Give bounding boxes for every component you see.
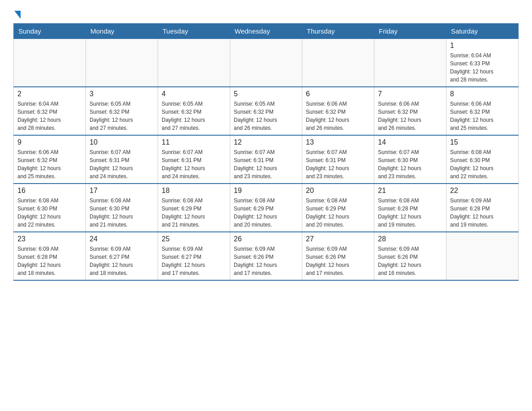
day-info: Sunrise: 6:09 AM Sunset: 6:27 PM Dayligh… (90, 245, 154, 277)
day-info: Sunrise: 6:06 AM Sunset: 6:32 PM Dayligh… (17, 148, 82, 180)
calendar-cell: 21Sunrise: 6:08 AM Sunset: 6:28 PM Dayli… (374, 184, 446, 232)
day-info: Sunrise: 6:05 AM Sunset: 6:32 PM Dayligh… (90, 100, 154, 132)
day-number: 8 (450, 90, 515, 98)
calendar-cell (14, 39, 86, 87)
day-number: 17 (90, 187, 154, 195)
day-number: 24 (90, 235, 154, 243)
day-info: Sunrise: 6:05 AM Sunset: 6:32 PM Dayligh… (162, 100, 226, 132)
calendar-cell: 13Sunrise: 6:07 AM Sunset: 6:31 PM Dayli… (302, 135, 374, 184)
day-number: 27 (306, 235, 370, 243)
day-number: 19 (234, 187, 298, 195)
day-info: Sunrise: 6:07 AM Sunset: 6:31 PM Dayligh… (162, 148, 226, 180)
calendar-cell: 26Sunrise: 6:09 AM Sunset: 6:26 PM Dayli… (230, 232, 302, 280)
day-info: Sunrise: 6:08 AM Sunset: 6:29 PM Dayligh… (162, 197, 226, 229)
day-info: Sunrise: 6:07 AM Sunset: 6:31 PM Dayligh… (234, 148, 298, 180)
calendar-cell: 18Sunrise: 6:08 AM Sunset: 6:29 PM Dayli… (158, 184, 230, 232)
day-info: Sunrise: 6:06 AM Sunset: 6:32 PM Dayligh… (450, 100, 515, 132)
day-number: 28 (378, 235, 442, 243)
calendar-cell: 9Sunrise: 6:06 AM Sunset: 6:32 PM Daylig… (14, 135, 86, 184)
calendar-cell: 2Sunrise: 6:04 AM Sunset: 6:32 PM Daylig… (14, 87, 86, 135)
day-number: 2 (17, 90, 82, 98)
day-info: Sunrise: 6:09 AM Sunset: 6:26 PM Dayligh… (306, 245, 370, 277)
page-header (13, 9, 519, 19)
calendar-cell: 23Sunrise: 6:09 AM Sunset: 6:28 PM Dayli… (14, 232, 86, 280)
day-number: 14 (378, 138, 442, 146)
day-info: Sunrise: 6:08 AM Sunset: 6:28 PM Dayligh… (378, 197, 442, 229)
day-info: Sunrise: 6:07 AM Sunset: 6:31 PM Dayligh… (90, 148, 154, 180)
week-row-0: 1Sunrise: 6:04 AM Sunset: 6:33 PM Daylig… (14, 39, 519, 87)
day-number: 10 (90, 138, 154, 146)
day-info: Sunrise: 6:05 AM Sunset: 6:32 PM Dayligh… (234, 100, 298, 132)
day-header-tuesday: Tuesday (158, 24, 230, 39)
day-info: Sunrise: 6:09 AM Sunset: 6:26 PM Dayligh… (234, 245, 298, 277)
day-info: Sunrise: 6:07 AM Sunset: 6:31 PM Dayligh… (306, 148, 370, 180)
day-info: Sunrise: 6:08 AM Sunset: 6:29 PM Dayligh… (306, 197, 370, 229)
day-number: 18 (162, 187, 226, 195)
day-number: 13 (306, 138, 370, 146)
week-row-2: 9Sunrise: 6:06 AM Sunset: 6:32 PM Daylig… (14, 135, 519, 184)
logo-triangle-icon (14, 11, 21, 19)
calendar-cell: 6Sunrise: 6:06 AM Sunset: 6:32 PM Daylig… (302, 87, 374, 135)
calendar-cell: 24Sunrise: 6:09 AM Sunset: 6:27 PM Dayli… (86, 232, 158, 280)
calendar-cell: 7Sunrise: 6:06 AM Sunset: 6:32 PM Daylig… (374, 87, 446, 135)
logo (13, 9, 21, 19)
day-number: 5 (234, 90, 298, 98)
calendar-cell: 3Sunrise: 6:05 AM Sunset: 6:32 PM Daylig… (86, 87, 158, 135)
calendar-cell: 10Sunrise: 6:07 AM Sunset: 6:31 PM Dayli… (86, 135, 158, 184)
day-number: 15 (450, 138, 515, 146)
calendar-cell: 16Sunrise: 6:08 AM Sunset: 6:30 PM Dayli… (14, 184, 86, 232)
day-number: 6 (306, 90, 370, 98)
day-number: 1 (450, 42, 515, 50)
calendar-cell: 28Sunrise: 6:09 AM Sunset: 6:26 PM Dayli… (374, 232, 446, 280)
day-number: 20 (306, 187, 370, 195)
calendar-header: SundayMondayTuesdayWednesdayThursdayFrid… (14, 24, 519, 39)
day-info: Sunrise: 6:08 AM Sunset: 6:30 PM Dayligh… (17, 197, 82, 229)
day-info: Sunrise: 6:09 AM Sunset: 6:28 PM Dayligh… (17, 245, 82, 277)
day-info: Sunrise: 6:09 AM Sunset: 6:26 PM Dayligh… (378, 245, 442, 277)
day-number: 11 (162, 138, 226, 146)
calendar-cell (446, 232, 519, 280)
day-info: Sunrise: 6:08 AM Sunset: 6:30 PM Dayligh… (90, 197, 154, 229)
day-number: 26 (234, 235, 298, 243)
calendar-cell (230, 39, 302, 87)
day-info: Sunrise: 6:09 AM Sunset: 6:27 PM Dayligh… (162, 245, 226, 277)
calendar-body: 1Sunrise: 6:04 AM Sunset: 6:33 PM Daylig… (14, 39, 519, 281)
day-number: 7 (378, 90, 442, 98)
calendar-cell: 12Sunrise: 6:07 AM Sunset: 6:31 PM Dayli… (230, 135, 302, 184)
day-info: Sunrise: 6:06 AM Sunset: 6:32 PM Dayligh… (378, 100, 442, 132)
calendar-cell: 1Sunrise: 6:04 AM Sunset: 6:33 PM Daylig… (446, 39, 519, 87)
day-header-thursday: Thursday (302, 24, 374, 39)
calendar-cell: 15Sunrise: 6:08 AM Sunset: 6:30 PM Dayli… (446, 135, 519, 184)
day-number: 25 (162, 235, 226, 243)
calendar-cell: 25Sunrise: 6:09 AM Sunset: 6:27 PM Dayli… (158, 232, 230, 280)
calendar-cell (374, 39, 446, 87)
day-number: 12 (234, 138, 298, 146)
calendar-cell: 11Sunrise: 6:07 AM Sunset: 6:31 PM Dayli… (158, 135, 230, 184)
day-header-saturday: Saturday (446, 24, 519, 39)
day-header-monday: Monday (86, 24, 158, 39)
day-number: 9 (17, 138, 82, 146)
day-number: 23 (17, 235, 82, 243)
calendar-cell (302, 39, 374, 87)
day-number: 21 (378, 187, 442, 195)
day-header-friday: Friday (374, 24, 446, 39)
day-header-wednesday: Wednesday (230, 24, 302, 39)
calendar-cell: 17Sunrise: 6:08 AM Sunset: 6:30 PM Dayli… (86, 184, 158, 232)
day-info: Sunrise: 6:07 AM Sunset: 6:30 PM Dayligh… (378, 148, 442, 180)
day-info: Sunrise: 6:04 AM Sunset: 6:33 PM Dayligh… (450, 51, 515, 84)
day-info: Sunrise: 6:08 AM Sunset: 6:29 PM Dayligh… (234, 197, 298, 229)
calendar-table: SundayMondayTuesdayWednesdayThursdayFrid… (13, 23, 519, 281)
week-row-3: 16Sunrise: 6:08 AM Sunset: 6:30 PM Dayli… (14, 184, 519, 232)
day-header-sunday: Sunday (14, 24, 86, 39)
calendar-cell (158, 39, 230, 87)
day-number: 16 (17, 187, 82, 195)
day-info: Sunrise: 6:09 AM Sunset: 6:28 PM Dayligh… (450, 197, 515, 229)
calendar-cell: 19Sunrise: 6:08 AM Sunset: 6:29 PM Dayli… (230, 184, 302, 232)
day-number: 4 (162, 90, 226, 98)
calendar-cell: 8Sunrise: 6:06 AM Sunset: 6:32 PM Daylig… (446, 87, 519, 135)
calendar-cell: 5Sunrise: 6:05 AM Sunset: 6:32 PM Daylig… (230, 87, 302, 135)
week-row-1: 2Sunrise: 6:04 AM Sunset: 6:32 PM Daylig… (14, 87, 519, 135)
week-row-4: 23Sunrise: 6:09 AM Sunset: 6:28 PM Dayli… (14, 232, 519, 280)
calendar-cell: 4Sunrise: 6:05 AM Sunset: 6:32 PM Daylig… (158, 87, 230, 135)
calendar-cell: 14Sunrise: 6:07 AM Sunset: 6:30 PM Dayli… (374, 135, 446, 184)
